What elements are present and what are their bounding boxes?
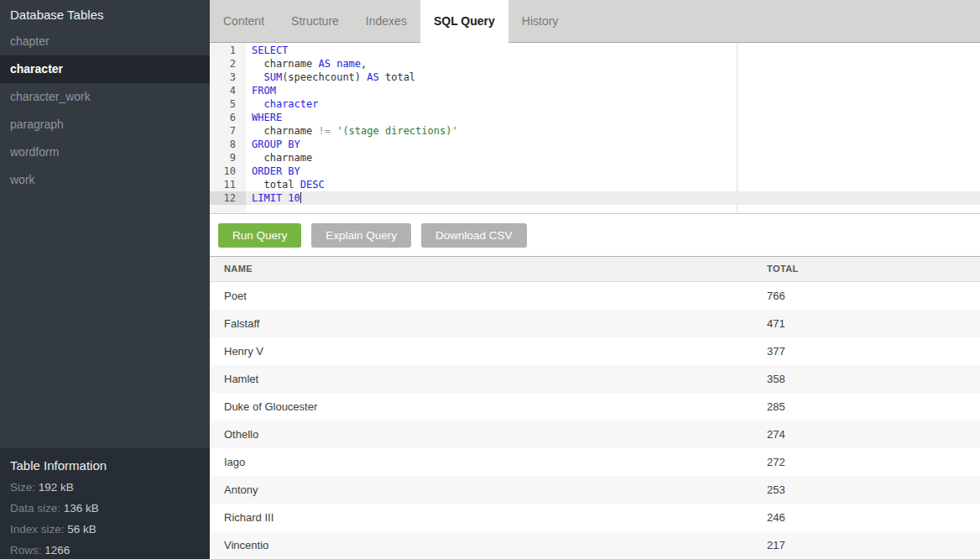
code-text: SELECT — [246, 44, 288, 57]
cell-name: Falstaff — [210, 317, 767, 330]
token-kw: GROUP BY — [252, 138, 300, 150]
token-plain: charname — [252, 58, 318, 70]
line-number: 5 — [210, 97, 246, 111]
table-info-stat: Data size: 136 kB — [10, 502, 200, 515]
code-text: ORDER BY — [246, 165, 300, 178]
code-text: total DESC — [246, 178, 325, 191]
line-number: 10 — [210, 165, 246, 178]
cell-total: 246 — [767, 511, 980, 524]
code-text: charname — [246, 151, 312, 165]
line-number: 8 — [210, 138, 246, 151]
cell-total: 471 — [767, 317, 980, 330]
table-row: Antony253 — [210, 476, 980, 504]
line-number: 6 — [210, 111, 246, 124]
database-table-list: chaptercharactercharacter_workparagraphw… — [0, 28, 210, 194]
token-op: != — [318, 125, 330, 137]
token-plain — [252, 71, 263, 83]
token-kw: FROM — [252, 85, 276, 97]
table-info-stat: Size: 192 kB — [10, 481, 200, 494]
tab-history[interactable]: History — [508, 0, 572, 42]
sidebar-item-character[interactable]: character — [0, 55, 210, 83]
line-number: 3 — [210, 71, 246, 84]
line-number: 9 — [210, 151, 246, 165]
main-panel: ContentStructureIndexesSQL QueryHistory … — [210, 0, 980, 559]
sidebar-item-work[interactable]: work — [0, 166, 210, 194]
results-header-row: NAME TOTAL — [210, 257, 980, 282]
run-query-button[interactable]: Run Query — [218, 223, 301, 248]
line-number: 12 — [210, 191, 246, 205]
token-plain: total — [379, 71, 415, 83]
download-csv-button[interactable]: Download CSV — [421, 223, 527, 248]
sidebar-spacer — [0, 194, 210, 448]
table-row: Hamlet358 — [210, 365, 980, 393]
stat-label: Data size: — [10, 502, 64, 515]
sql-code-lines: 1SELECT2 charname AS name,3 SUM(speechco… — [210, 43, 980, 205]
code-line-11: 11 total DESC — [210, 178, 980, 191]
code-line-6: 6WHERE — [210, 111, 980, 124]
line-number: 1 — [210, 44, 246, 57]
code-text: charname AS name, — [246, 57, 367, 71]
cell-total: 358 — [767, 373, 980, 385]
token-kw: WHERE — [252, 112, 282, 123]
token-kw: DESC — [300, 179, 325, 191]
sidebar-title: Database Tables — [0, 0, 210, 28]
cell-name: Vincentio — [210, 539, 767, 551]
cell-total: 377 — [767, 345, 980, 358]
tab-bar: ContentStructureIndexesSQL QueryHistory — [210, 0, 980, 43]
token-plain — [252, 98, 263, 110]
sql-editor[interactable]: 1SELECT2 charname AS name,3 SUM(speechco… — [210, 43, 980, 214]
table-info-stat: Rows: 1266 — [10, 544, 200, 556]
table-row: Henry V377 — [210, 337, 980, 365]
tab-sql-query[interactable]: SQL Query — [420, 0, 508, 43]
token-plain: total — [252, 179, 300, 191]
cell-total: 217 — [767, 539, 980, 551]
cell-total: 274 — [767, 428, 980, 441]
sidebar: Database Tables chaptercharactercharacte… — [0, 0, 210, 559]
stat-label: Index size: — [10, 523, 67, 535]
code-text: character — [246, 97, 318, 111]
cell-total: 253 — [767, 483, 980, 496]
token-kw: SUM — [263, 71, 282, 83]
cell-name: Othello — [210, 428, 767, 441]
code-line-1: 1SELECT — [210, 44, 980, 57]
results-table: NAME TOTAL Poet766Falstaff471Henry V377H… — [210, 256, 980, 559]
results-body: Poet766Falstaff471Henry V377Hamlet358Duk… — [210, 282, 980, 559]
cell-name: Henry V — [210, 345, 767, 358]
explain-query-button[interactable]: Explain Query — [311, 223, 411, 248]
sidebar-item-wordform[interactable]: wordform — [0, 138, 210, 166]
table-information-stats: Size: 192 kBData size: 136 kBIndex size:… — [10, 481, 200, 556]
token-kw: character — [263, 98, 318, 110]
code-line-5: 5 character — [210, 97, 980, 111]
cell-name: Hamlet — [210, 373, 767, 385]
table-information-panel: Table Information Size: 192 kBData size:… — [0, 448, 210, 559]
line-number: 7 — [210, 124, 246, 138]
cell-name: Antony — [210, 483, 767, 496]
code-text: SUM(speechcount) AS total — [246, 71, 415, 84]
sidebar-item-chapter[interactable]: chapter — [0, 28, 210, 55]
stat-value: 1266 — [44, 544, 70, 556]
stat-value: 136 kB — [64, 502, 99, 515]
stat-label: Size: — [10, 481, 39, 494]
token-kw: AS — [318, 58, 330, 70]
table-row: Iago272 — [210, 448, 980, 476]
stat-value: 192 kB — [39, 481, 74, 494]
line-number: 4 — [210, 84, 246, 97]
code-line-12: 12LIMIT 10 — [210, 191, 980, 205]
cell-name: Poet — [210, 290, 767, 302]
tab-structure[interactable]: Structure — [278, 0, 352, 42]
column-header-total: TOTAL — [767, 264, 980, 274]
code-text: FROM — [246, 84, 276, 97]
token-num: 10 — [288, 192, 300, 204]
token-kw: name — [336, 58, 361, 70]
cell-name: Duke of Gloucester — [210, 400, 767, 413]
tab-content[interactable]: Content — [210, 0, 278, 42]
sidebar-item-character_work[interactable]: character_work — [0, 83, 210, 111]
sidebar-item-paragraph[interactable]: paragraph — [0, 111, 210, 138]
token-kw: SELECT — [252, 44, 288, 56]
tab-indexes[interactable]: Indexes — [352, 0, 420, 42]
code-line-9: 9 charname — [210, 151, 980, 165]
line-number: 2 — [210, 57, 246, 71]
cell-total: 766 — [767, 290, 980, 302]
token-kw: ORDER BY — [252, 165, 300, 177]
token-plain: , — [361, 58, 367, 70]
